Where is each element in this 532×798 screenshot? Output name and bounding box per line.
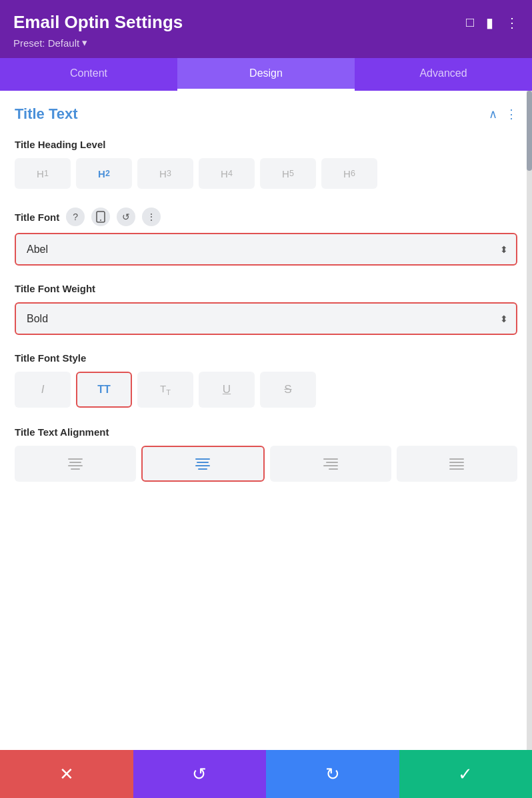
align-center-icon [195, 458, 210, 470]
heading-btn-h3[interactable]: H3 [137, 158, 193, 189]
title-font-label: Title Font [15, 212, 59, 223]
uppercase-icon: TT [97, 384, 111, 396]
layout-icon[interactable]: ▮ [486, 15, 493, 31]
section-controls: ∧ ⋮ [489, 107, 517, 121]
style-btn-italic[interactable]: I [15, 372, 71, 408]
preset-label: Preset: Default [13, 37, 79, 49]
align-left-icon [68, 458, 83, 470]
title-font-weight-select-wrapper: Bold Normal Light Extra Bold ⬍ [15, 302, 517, 335]
bottom-toolbar: ✕ ↺ ↻ ✓ [0, 750, 532, 798]
tab-bar: Content Design Advanced [0, 58, 532, 91]
lowercase-icon: TT [160, 383, 171, 396]
help-icon[interactable]: ? [66, 208, 85, 226]
reset-icon[interactable]: ↺ [117, 208, 135, 226]
style-btn-lowercase[interactable]: TT [137, 372, 193, 408]
tab-content[interactable]: Content [0, 58, 177, 91]
font-style-buttons: I TT TT U S [15, 372, 517, 408]
main-content: Title Text ∧ ⋮ Title Heading Level H1 H2… [0, 91, 532, 798]
header-actions: □ ▮ ⋮ [466, 15, 519, 31]
section-title: Title Text [15, 105, 78, 123]
device-icon[interactable] [91, 208, 110, 226]
settings-header: Email Optin Settings □ ▮ ⋮ Preset: Defau… [0, 0, 532, 58]
scrollbar[interactable] [527, 91, 532, 798]
svg-point-1 [100, 220, 101, 221]
text-alignment-buttons [15, 446, 517, 482]
title-font-weight-select[interactable]: Bold Normal Light Extra Bold [15, 302, 517, 335]
text-alignment-label: Title Text Alignment [15, 426, 517, 438]
style-btn-strikethrough[interactable]: S [260, 372, 316, 408]
heading-level-buttons: H1 H2 H3 H4 H5 H6 [15, 158, 517, 189]
align-btn-right[interactable] [270, 446, 391, 482]
underline-icon: U [223, 383, 231, 396]
title-font-select[interactable]: Abel Arial Georgia Helvetica [15, 233, 517, 266]
redo-button[interactable]: ↻ [266, 750, 399, 798]
preset-row: Preset: Default ▾ [13, 37, 519, 49]
save-button[interactable]: ✓ [399, 750, 533, 798]
strikethrough-icon: S [284, 383, 291, 396]
font-more-icon[interactable]: ⋮ [142, 208, 161, 226]
tab-design[interactable]: Design [177, 58, 355, 91]
cancel-button[interactable]: ✕ [0, 750, 133, 798]
heading-btn-h2[interactable]: H2 [76, 158, 132, 189]
tab-advanced[interactable]: Advanced [355, 58, 532, 91]
font-label-row: Title Font ? ↺ ⋮ [15, 208, 517, 226]
align-justify-icon [449, 458, 464, 470]
align-btn-justify[interactable] [397, 446, 518, 482]
style-btn-underline[interactable]: U [199, 372, 255, 408]
collapse-icon[interactable]: ∧ [489, 107, 497, 121]
heading-btn-h1[interactable]: H1 [15, 158, 71, 189]
heading-level-label: Title Heading Level [15, 139, 517, 150]
align-right-icon [323, 458, 338, 470]
heading-btn-h5[interactable]: H5 [260, 158, 316, 189]
section-header: Title Text ∧ ⋮ [15, 105, 517, 123]
heading-btn-h6[interactable]: H6 [321, 158, 377, 189]
heading-btn-h4[interactable]: H4 [199, 158, 255, 189]
focus-icon[interactable]: □ [466, 15, 474, 30]
align-btn-center[interactable] [141, 446, 265, 482]
preset-arrow-icon[interactable]: ▾ [82, 37, 87, 49]
section-more-icon[interactable]: ⋮ [505, 107, 517, 121]
undo-button[interactable]: ↺ [133, 750, 267, 798]
italic-icon: I [41, 383, 45, 396]
font-style-label: Title Font Style [15, 352, 517, 364]
align-btn-left[interactable] [15, 446, 136, 482]
page-title: Email Optin Settings [13, 12, 183, 33]
header-top-row: Email Optin Settings □ ▮ ⋮ [13, 12, 519, 33]
more-icon[interactable]: ⋮ [505, 15, 519, 31]
scrollbar-thumb[interactable] [527, 91, 532, 171]
font-weight-label: Title Font Weight [15, 283, 517, 294]
title-font-select-wrapper: Abel Arial Georgia Helvetica ⬍ [15, 233, 517, 266]
style-btn-uppercase[interactable]: TT [76, 372, 132, 408]
